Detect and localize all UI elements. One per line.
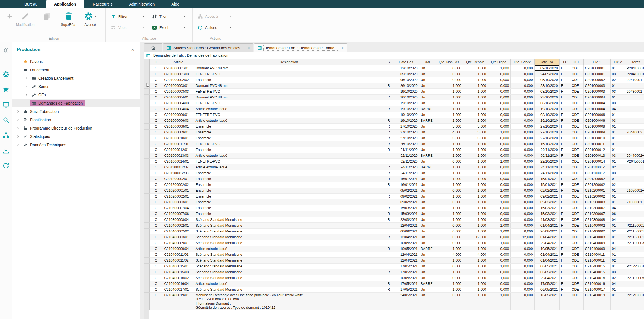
cell-qt-servie[interactable]: 12,000 — [510, 234, 534, 240]
cell-s[interactable]: R — [384, 194, 394, 199]
cell-s[interactable]: R — [384, 246, 394, 252]
cell-qt-servie[interactable]: 0,000 — [510, 269, 534, 275]
cell-qt-dispo[interactable]: 0,000 — [488, 147, 510, 153]
cell-qt-besoin[interactable]: 1,000 — [463, 141, 488, 147]
cell-qt-servie[interactable]: 0,000 — [510, 141, 534, 147]
chevron-down-icon[interactable] — [16, 68, 20, 72]
cell-cl-2[interactable]: 03 — [610, 170, 625, 176]
cell-o-p[interactable]: F — [559, 77, 570, 83]
cell-date-tra[interactable]: 08/10/2020 — [534, 112, 559, 118]
row-selector[interactable] — [144, 130, 149, 135]
cell-d-signation[interactable]: Ensemble — [194, 199, 384, 205]
cell-cl-1[interactable]: C210300008 — [583, 217, 610, 223]
cell-ume[interactable]: Un — [419, 147, 436, 153]
cell-qt-besoin[interactable]: 1,000 — [463, 170, 488, 176]
cell-ume[interactable]: Un — [419, 205, 436, 211]
cell-cl-2[interactable]: 02 — [610, 164, 625, 170]
cell-date-bes[interactable]: 19/10/2020 — [394, 89, 419, 95]
cell-d-signation[interactable]: Ensemble — [194, 205, 384, 211]
cell-qt-dispo[interactable]: 1,000 — [488, 188, 510, 194]
cell-article[interactable]: C210300008/04 — [163, 217, 194, 223]
cell-qt-servie[interactable]: 0,000 — [510, 170, 534, 176]
cell-s[interactable] — [384, 159, 394, 164]
cell-qt-servie[interactable]: 0,000 — [510, 258, 534, 264]
row-selector[interactable] — [144, 164, 149, 170]
cell-d-signation[interactable]: Scénario Standard Menuiserie — [194, 258, 384, 264]
cell-s[interactable] — [384, 89, 394, 95]
cell-article[interactable]: C210400011/01 — [163, 252, 194, 258]
cell-o-p[interactable]: F — [559, 153, 570, 159]
cell-ordres[interactable] — [625, 287, 644, 293]
cell-qt-servie[interactable]: 0,000 — [510, 118, 534, 124]
cell-t[interactable]: C — [149, 264, 163, 269]
cell-cl-2[interactable]: 02 — [610, 77, 625, 83]
cell-d-signation[interactable]: Article extrudé laqué — [194, 118, 384, 124]
cell-s[interactable]: R — [384, 95, 394, 100]
cell-cl-2[interactable]: 03 — [610, 89, 625, 95]
cell-cl-2[interactable]: 01 — [610, 147, 625, 153]
cell-o-t[interactable]: CDE — [570, 287, 583, 293]
cell-s[interactable]: R — [384, 147, 394, 153]
cell-qt-besoin[interactable]: 1,000 — [463, 65, 488, 71]
cell-qt-dispo[interactable]: 0,000 — [488, 106, 510, 112]
cell-o-p[interactable]: F — [559, 281, 570, 287]
cell-o-t[interactable]: CDE — [570, 164, 583, 170]
column-header-cl-1[interactable]: Clé 1 — [583, 59, 610, 65]
cell-article[interactable]: C201100012/03 — [163, 170, 194, 176]
cell-cl-1[interactable]: C210400019 — [583, 293, 610, 310]
cell-ordres[interactable]: P20410001+ — [625, 65, 644, 71]
sidebar-item-suivi-fabrication[interactable]: Suivi Fabrication — [12, 107, 140, 116]
cell-qt-besoin[interactable]: 1,000 — [463, 106, 488, 112]
cell-s[interactable]: R — [384, 182, 394, 188]
cell-date-bes[interactable]: 05/02/2021 — [394, 188, 419, 194]
cell-qt-servie[interactable]: 0,000 — [510, 135, 534, 141]
cell-article[interactable]: C210400015/01 — [163, 264, 194, 269]
cell-article[interactable]: C210400002/01 — [163, 223, 194, 229]
actions-button[interactable]: Actions — [195, 24, 234, 31]
cell-o-p[interactable]: F — [559, 199, 570, 205]
cell-o-t[interactable]: CDE — [570, 258, 583, 264]
cell-t[interactable]: C — [149, 77, 163, 83]
row-selector[interactable] — [144, 71, 149, 77]
cell-qt-servie[interactable]: 0,000 — [510, 112, 534, 118]
cell-o-p[interactable]: F — [559, 100, 570, 106]
row-selector[interactable] — [144, 293, 149, 310]
cell-d-signation[interactable]: Scénario Standard Menuiserie — [194, 223, 384, 229]
cell-article[interactable]: C201000011/01 — [163, 141, 194, 147]
cell-date-tra[interactable]: 05/10/2020 — [534, 77, 559, 83]
cell-date-tra[interactable]: 23/10/2020 — [534, 95, 559, 100]
cell-qt-besoin[interactable]: 1,000 — [463, 176, 488, 182]
cell-cl-2[interactable]: 01 — [610, 194, 625, 199]
cell-qt-servie[interactable]: 0,000 — [510, 164, 534, 170]
rail-download-button[interactable] — [2, 146, 10, 154]
cell-date-tra[interactable]: 17/05/2021 — [534, 281, 559, 287]
cell-s[interactable] — [384, 100, 394, 106]
row-selector[interactable] — [144, 217, 149, 223]
cell-qt-servie[interactable]: 0,000 — [510, 83, 534, 89]
cell-qt-dispo[interactable]: 0,000 — [488, 246, 510, 252]
row-selector[interactable] — [144, 258, 149, 264]
cell-o-t[interactable]: CDE — [570, 194, 583, 199]
chevron-right-icon[interactable] — [16, 110, 20, 113]
cell-qt-besoin[interactable]: 5,000 — [463, 130, 488, 135]
cell-cl-1[interactable]: C201000014 — [583, 159, 610, 164]
cell-s[interactable]: R — [384, 164, 394, 170]
cell-t[interactable]: C — [149, 164, 163, 170]
cell-cl-1[interactable]: C201000001 — [583, 71, 610, 77]
cell-ordres[interactable] — [625, 176, 644, 182]
cell-article[interactable]: C201000012/01 — [163, 147, 194, 153]
cell-s[interactable]: R — [384, 234, 394, 240]
cell-o-t[interactable]: CDE — [570, 83, 583, 89]
cell-o-p[interactable]: F — [559, 275, 570, 281]
cell-o-t[interactable]: CDE — [570, 141, 583, 147]
cell-qt-non-ser[interactable]: 1,000 — [436, 164, 463, 170]
cell-date-bes[interactable]: 12/04/2021 — [394, 252, 419, 258]
rail-settings-button[interactable] — [2, 70, 10, 78]
cell-cl-2[interactable]: 01 — [610, 130, 625, 135]
column-header-date-tra[interactable]: Date Tra. — [534, 59, 559, 65]
cell-article[interactable]: C201000004/03 — [163, 100, 194, 106]
cell-s[interactable]: R — [384, 130, 394, 135]
cell-s[interactable] — [384, 223, 394, 229]
cell-date-bes[interactable]: 05/10/2020 — [394, 77, 419, 83]
cell-o-p[interactable]: F — [559, 205, 570, 211]
